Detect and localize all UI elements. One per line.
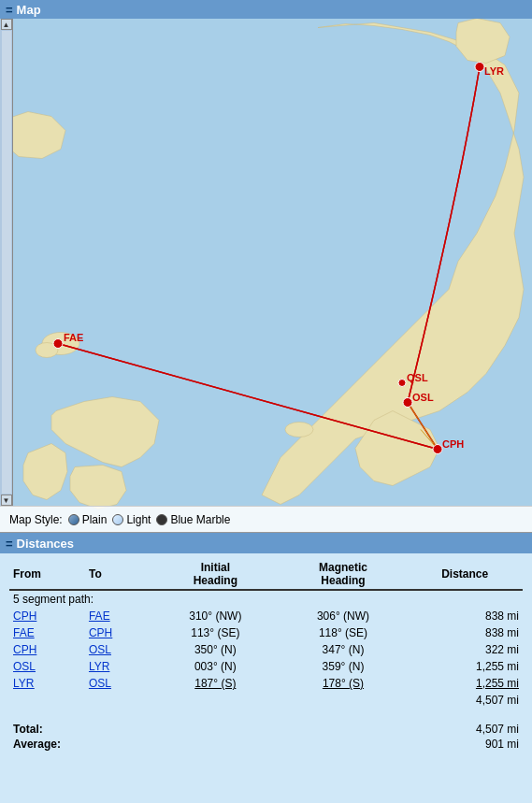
map-style-bar: Map Style: Plain Light Blue Marble (0, 506, 532, 532)
map-scrollbar[interactable]: ▲ ▼ (0, 19, 13, 506)
to-airport-link[interactable]: OSL (89, 677, 111, 690)
scroll-track (2, 31, 11, 494)
magnetic-heading-cell: 306° (NW) (280, 608, 408, 624)
table-row: CPHOSL350° (N)347° (N)322 mi (9, 641, 523, 658)
table-row: FAECPH113° (SE)118° (SE)838 mi (9, 624, 523, 641)
from-airport-link[interactable]: CPH (13, 609, 36, 623)
style-light-option[interactable]: Light (112, 513, 151, 526)
style-bluemarble-radio[interactable] (156, 514, 167, 525)
average-label: Average: (13, 738, 61, 751)
magnetic-heading-cell: 347° (N) (280, 641, 408, 658)
svg-text:FAE: FAE (64, 332, 83, 343)
col-from: From (9, 559, 85, 590)
map-style-label: Map Style: (9, 513, 63, 526)
total-label: Total: (13, 723, 43, 736)
segment-label: 5 segment path: (9, 590, 523, 608)
style-bluemarble-option[interactable]: Blue Marble (156, 513, 230, 526)
style-plain-label: Plain (82, 513, 108, 526)
distances-table: From To InitialHeading MagneticHeading D… (9, 559, 523, 692)
segment-label-row: 5 segment path: (9, 590, 523, 608)
subtotal-value: 4,507 mi (476, 694, 519, 707)
magnetic-heading-cell: 359° (N) (280, 658, 408, 675)
distance-cell: 1,255 mi (407, 658, 523, 675)
style-plain-radio[interactable] (68, 514, 79, 525)
initial-heading-cell: 003° (N) (151, 658, 280, 675)
from-airport-link[interactable]: FAE (13, 626, 35, 639)
table-header-row: From To InitialHeading MagneticHeading D… (9, 559, 523, 590)
table-row: LYROSL187° (S)178° (S)1,255 mi (9, 675, 523, 692)
from-airport-link[interactable]: CPH (13, 643, 36, 656)
col-to: To (85, 559, 151, 590)
initial-heading-cell: 310° (NW) (151, 608, 280, 624)
svg-point-16 (475, 63, 484, 72)
initial-heading-cell: 187° (S) (151, 675, 280, 692)
map-svg: LYR FAE CPH OSL QSL (0, 0, 532, 532)
initial-heading-cell: 113° (SE) (151, 624, 280, 641)
style-light-radio[interactable] (112, 514, 123, 525)
map-title-bar: Map (0, 0, 532, 19)
col-magnetic-heading: MagneticHeading (280, 559, 408, 590)
map-title: Map (17, 3, 41, 17)
distances-section: Distances From To InitialHeading Magneti… (0, 533, 532, 761)
svg-text:CPH: CPH (442, 438, 464, 450)
total-value: 4,507 mi (444, 723, 519, 736)
svg-text:LYR: LYR (484, 65, 504, 77)
svg-marker-9 (456, 19, 510, 64)
scroll-down-arrow[interactable]: ▼ (1, 495, 12, 506)
magnetic-heading-cell: 178° (S) (280, 675, 408, 692)
svg-point-20 (433, 445, 442, 454)
totals-section: Total: 4,507 mi Average: 901 mi (0, 718, 532, 761)
col-distance: Distance (407, 559, 523, 590)
scroll-up-arrow[interactable]: ▲ (1, 19, 12, 30)
svg-point-24 (398, 380, 406, 387)
to-airport-link[interactable]: OSL (89, 643, 111, 656)
subtotal-row: 4,507 mi (9, 692, 523, 709)
style-plain-option[interactable]: Plain (68, 513, 108, 526)
svg-point-22 (403, 398, 412, 408)
distances-title: Distances (17, 537, 74, 551)
style-light-label: Light (126, 513, 151, 526)
distance-cell: 838 mi (407, 624, 523, 641)
total-row: Total: 4,507 mi (9, 722, 523, 737)
magnetic-heading-cell: 118° (SE) (280, 624, 408, 641)
distance-cell: 838 mi (407, 608, 523, 624)
to-airport-link[interactable]: LYR (89, 660, 109, 673)
svg-text:OSL: OSL (412, 392, 434, 403)
initial-heading-cell: 350° (N) (151, 641, 280, 658)
to-airport-link[interactable]: CPH (89, 626, 112, 639)
distance-cell: 322 mi (407, 641, 523, 658)
table-row: OSLLYR003° (N)359° (N)1,255 mi (9, 658, 523, 675)
svg-point-18 (53, 339, 63, 349)
to-airport-link[interactable]: FAE (89, 609, 110, 623)
distance-cell: 1,255 mi (407, 675, 523, 692)
distances-title-bar: Distances (0, 533, 532, 553)
from-airport-link[interactable]: OSL (13, 660, 36, 673)
distances-table-wrap: From To InitialHeading MagneticHeading D… (0, 553, 532, 718)
col-initial-heading: InitialHeading (151, 559, 280, 590)
table-row: CPHFAE310° (NW)306° (NW)838 mi (9, 608, 523, 624)
from-airport-link[interactable]: LYR (13, 677, 34, 690)
style-bluemarble-label: Blue Marble (170, 513, 230, 526)
svg-text:QSL: QSL (407, 372, 428, 383)
svg-point-10 (285, 423, 313, 437)
average-value: 901 mi (444, 738, 519, 751)
map-container: Map ▲ ▼ (0, 0, 532, 533)
average-row: Average: 901 mi (9, 737, 523, 752)
